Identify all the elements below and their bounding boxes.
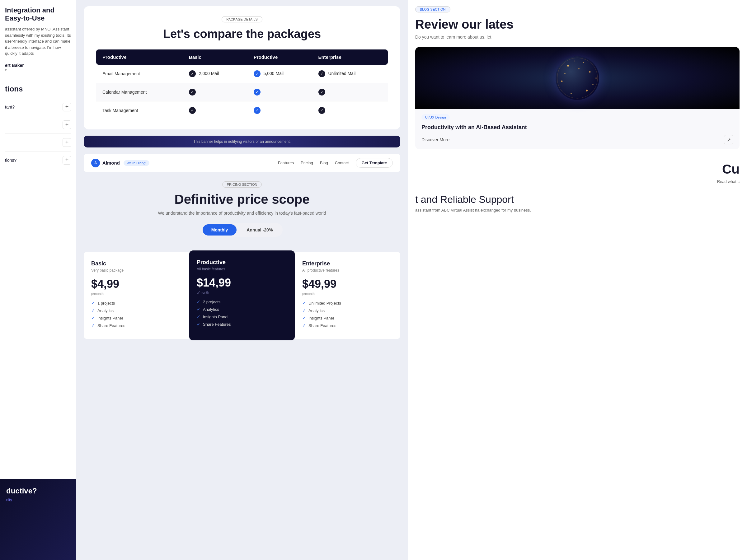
per-month: p/month (302, 292, 393, 296)
plan-name: Basic (91, 260, 182, 267)
feature-item: ✓ Insights Panel (302, 316, 393, 320)
discover-arrow-icon[interactable]: ↗ (724, 135, 733, 144)
feature-item: ✓ Analytics (91, 308, 182, 313)
feature-label: Email Management (96, 65, 183, 83)
check-icon: ✓ (189, 107, 196, 114)
expand-icon[interactable]: + (62, 121, 71, 129)
annual-toggle[interactable]: Annual -20% (238, 224, 281, 236)
svg-point-6 (570, 93, 572, 94)
check-icon: ✓ (302, 308, 306, 313)
productive-cell: ✓ (248, 101, 312, 120)
svg-point-11 (595, 77, 597, 79)
pricing-section: PRICING SECTION Definitive price scope W… (76, 175, 408, 252)
dark-card: ductive? nity (0, 479, 76, 560)
review-text: assistant offered by MNO .Assistant seam… (5, 26, 71, 57)
check-icon: ✓ (91, 316, 95, 320)
blog-section-subtitle: Do you want to learn more about us, let (415, 34, 740, 39)
hiring-badge: We're Hiring! (124, 160, 149, 166)
enterprise-cell: ✓ Unlimited Mail (312, 65, 388, 83)
blog-section-title: Review our lates (415, 18, 740, 31)
expand-icon[interactable]: + (62, 103, 71, 111)
list-item[interactable]: tant? + (5, 98, 71, 116)
table-header-row: Productive Basic Productive Enterprise (96, 50, 388, 65)
check-icon: ✓ (197, 322, 201, 327)
feature-item: ✓ Analytics (302, 308, 393, 313)
sphere-dots-svg (556, 56, 599, 100)
discover-more-text[interactable]: Discover More (421, 137, 449, 142)
blog-card-title: Productivity with an AI-Based Assistant (421, 124, 733, 131)
productive-cell: ✓ (248, 83, 312, 101)
expand-icon[interactable]: + (62, 156, 71, 165)
check-icon: ✓ (318, 107, 325, 114)
enterprise-plan-card: Enterprise All productive features $49,9… (295, 252, 400, 339)
pricing-tag: PRICING SECTION (222, 181, 262, 188)
package-title: Let's compare the packages (96, 27, 388, 41)
nav-blog[interactable]: Blog (320, 161, 328, 165)
basic-plan-card: Basic Very basic package $4,99 p/month ✓… (84, 252, 189, 339)
svg-point-0 (557, 58, 598, 98)
productive-cell: ✓ 5,000 Mail (248, 65, 312, 83)
announcement-banner: This banner helps in notifying visitors … (84, 136, 400, 148)
right-section-title: Cu (415, 162, 740, 177)
feature-item: ✓ 1 projects (91, 300, 182, 305)
feature-item: ✓ Analytics (197, 307, 287, 312)
sphere-decoration (556, 56, 599, 100)
col-header-basic: Basic (183, 50, 248, 65)
faq-title: tions (5, 85, 71, 93)
nav-contact[interactable]: Contact (335, 161, 349, 165)
faq-section: tions tant? + + + tions? + (5, 85, 71, 169)
check-icon: ✓ (254, 107, 260, 114)
svg-point-7 (561, 81, 563, 82)
blog-card-body: UI/UX Design Productivity with an AI-Bas… (415, 109, 740, 149)
col-header-productive: Productive (248, 50, 312, 65)
pricing-subtitle: We understand the importance of producti… (89, 211, 395, 216)
check-icon: ✓ (302, 323, 306, 328)
feature-item: ✓ 2 projects (197, 299, 287, 304)
check-icon: ✓ (91, 300, 95, 305)
check-icon: ✓ (318, 70, 325, 77)
nav-pricing[interactable]: Pricing (301, 161, 313, 165)
list-item[interactable]: + (5, 134, 71, 152)
check-icon: ✓ (91, 323, 95, 328)
basic-cell: ✓ (183, 101, 248, 120)
monthly-toggle[interactable]: Monthly (203, 224, 237, 236)
svg-point-10 (574, 61, 575, 61)
logo-icon: A (91, 159, 100, 167)
svg-point-4 (592, 84, 594, 85)
left-panel: Integration and Easy-to-Use assistant of… (0, 0, 76, 560)
list-item[interactable]: + (5, 116, 71, 134)
navbar-logo: A Almond (91, 159, 120, 167)
feature-item: ✓ Insights Panel (197, 314, 287, 319)
table-row: Calendar Management ✓ ✓ ✓ (96, 83, 388, 101)
compare-table: Productive Basic Productive Enterprise E… (96, 50, 388, 119)
check-icon: ✓ (197, 314, 201, 319)
plan-price: $14,99 (197, 276, 287, 289)
col-header-feature: Productive (96, 50, 183, 65)
list-item[interactable]: tions? + (5, 152, 71, 169)
package-tag: PACKAGE DETAILS (222, 16, 262, 22)
logo-text: Almond (102, 160, 120, 165)
svg-point-3 (589, 71, 591, 73)
blog-section-tag: BLOG SECTION (415, 6, 450, 12)
feature-item: ✓ Insights Panel (91, 316, 182, 320)
pricing-cards: Basic Very basic package $4,99 p/month ✓… (84, 252, 400, 339)
get-template-button[interactable]: Get Template (356, 158, 393, 168)
billing-toggle: Monthly Annual -20% (201, 223, 283, 237)
check-icon: ✓ (189, 70, 196, 77)
banner-text: This banner helps in notifying visitors … (193, 139, 291, 144)
svg-point-9 (578, 68, 579, 70)
dark-card-title: ductive? (6, 486, 70, 495)
left-section-title: Integration and Easy-to-Use (5, 6, 71, 22)
plan-desc: Very basic package (91, 268, 182, 272)
ux-design-tag: UI/UX Design (421, 114, 450, 121)
expand-icon[interactable]: + (62, 138, 71, 147)
package-section: PACKAGE DETAILS Let's compare the packag… (84, 6, 400, 129)
plan-name: Productive (197, 259, 287, 266)
plan-price: $4,99 (91, 277, 182, 291)
check-icon: ✓ (302, 300, 306, 305)
feature-label: Task Management (96, 101, 183, 120)
check-icon: ✓ (91, 308, 95, 313)
basic-cell: ✓ 2,000 Mail (183, 65, 248, 83)
check-icon: ✓ (254, 70, 260, 77)
nav-features[interactable]: Features (278, 161, 294, 165)
